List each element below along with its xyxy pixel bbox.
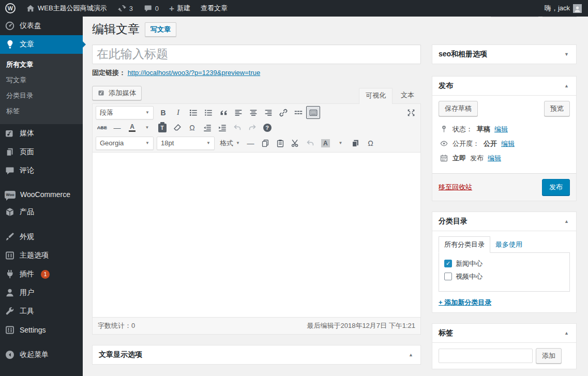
editor-content-area[interactable] — [93, 153, 420, 317]
tags-panel: 标签 ▲ 添加 — [432, 323, 577, 369]
view-post-link[interactable]: 查看文章 — [195, 0, 233, 17]
fullscreen-button[interactable] — [404, 106, 418, 119]
edit-status-link[interactable]: 编辑 — [494, 125, 508, 134]
redo-button[interactable] — [245, 122, 259, 134]
sidebar-item-plugins[interactable]: 插件 1 — [0, 265, 83, 283]
sidebar-label-posts: 文章 — [20, 40, 34, 49]
toolbar-toggle-button[interactable] — [306, 106, 320, 119]
publish-panel-footer: 移至回收站 发布 — [432, 173, 576, 201]
copy-button[interactable] — [259, 137, 273, 149]
undo-button-2[interactable] — [304, 137, 318, 149]
tags-panel-header[interactable]: 标签 ▲ — [432, 324, 576, 342]
comment-bubble-icon — [143, 4, 153, 13]
pages-icon — [5, 147, 15, 157]
sidebar-item-media[interactable]: 媒体 — [0, 124, 83, 143]
sidebar-item-pages[interactable]: 页面 — [0, 143, 83, 161]
publish-button[interactable]: 发布 — [542, 179, 570, 195]
format-menu-button[interactable]: 格式 ▼ — [217, 137, 243, 150]
tab-all-categories[interactable]: 所有分类目录 — [439, 236, 490, 253]
wp-logo-menu[interactable]: W — [0, 0, 21, 17]
edit-schedule-link[interactable]: 编辑 — [488, 154, 501, 163]
text-color-button[interactable]: A — [125, 122, 139, 134]
category-checkbox[interactable]: ✓ — [444, 260, 452, 267]
horizontal-rule-button[interactable]: — — [110, 122, 124, 134]
sidebar-item-comments[interactable]: 评论 — [0, 161, 83, 180]
move-to-trash-link[interactable]: 移至回收站 — [439, 183, 472, 192]
post-title-input[interactable] — [92, 44, 421, 64]
font-size-select[interactable]: 18pt ▼ — [157, 137, 215, 150]
seo-panel: seo和相册选项 ▼ — [432, 44, 577, 64]
editor-status-bar: 字数统计：0 最后编辑于2018年12月7日 下午1:21 — [93, 317, 420, 334]
categories-panel-header[interactable]: 分类目录 ▲ — [432, 212, 576, 231]
edit-visibility-link[interactable]: 编辑 — [501, 139, 515, 148]
paste-as-text-button[interactable]: T — [155, 122, 169, 134]
sidebar-item-users[interactable]: 用户 — [0, 283, 83, 302]
horizontal-line-button[interactable]: — — [244, 137, 258, 149]
new-content-link[interactable]: + 新建 — [164, 0, 195, 17]
sidebar-item-theme-options[interactable]: 主题选项 — [0, 246, 83, 265]
cut-button[interactable] — [289, 137, 303, 149]
sidebar-item-products[interactable]: 产品 — [0, 203, 83, 221]
special-character-button[interactable]: Ω — [185, 122, 199, 134]
submenu-tags[interactable]: 标签 — [0, 103, 83, 119]
updates-count: 3 — [129, 5, 133, 12]
omega-icon: Ω — [189, 124, 194, 131]
sidebar-item-settings[interactable]: Settings — [0, 321, 83, 339]
undo-button[interactable] — [230, 122, 244, 134]
sidebar-item-woocommerce[interactable]: Woo WooCommerce — [0, 186, 83, 203]
outdent-button[interactable] — [200, 122, 214, 134]
paragraph-format-select[interactable]: 段落 ▼ — [96, 106, 154, 119]
tab-text[interactable]: 文本 — [394, 87, 421, 103]
sidebar-item-dashboard[interactable]: 仪表盘 — [0, 17, 83, 35]
paste-button[interactable] — [274, 137, 288, 149]
sidebar-item-collapse-menu[interactable]: 收起菜单 — [0, 345, 83, 364]
text-color-dropdown[interactable]: ▼ — [140, 122, 154, 134]
add-new-post-button[interactable]: 写文章 — [145, 22, 176, 37]
add-new-category-link[interactable]: + 添加新分类目录 — [439, 298, 491, 307]
post-display-options-header[interactable]: 文章显示选项 ▲ — [93, 345, 420, 364]
submenu-add-new-post[interactable]: 写文章 — [0, 72, 83, 88]
bullet-list-button[interactable] — [186, 106, 200, 119]
background-color-button[interactable]: A — [319, 137, 333, 149]
indent-button[interactable] — [215, 122, 229, 134]
publish-panel-header[interactable]: 发布 ▲ — [432, 77, 576, 95]
account-menu[interactable]: 嗨，jack — [538, 4, 588, 13]
category-checkbox[interactable]: ✓ — [444, 273, 452, 280]
tag-input[interactable] — [439, 349, 533, 363]
preview-button[interactable]: 预览 — [544, 101, 570, 116]
background-color-dropdown[interactable]: ▼ — [334, 137, 348, 149]
clear-formatting-button[interactable] — [170, 122, 184, 134]
permalink-link[interactable]: http://localhost/woo3/?p=1239&preview=tr… — [128, 69, 261, 77]
blockquote-button[interactable] — [216, 106, 230, 119]
tab-visual[interactable]: 可视化 — [359, 88, 393, 104]
align-center-button[interactable] — [246, 106, 260, 119]
add-tag-button[interactable]: 添加 — [536, 348, 562, 364]
numbered-list-button[interactable] — [201, 106, 215, 119]
submenu-all-posts[interactable]: 所有文章 — [0, 57, 83, 72]
read-more-button[interactable] — [291, 106, 305, 119]
strikethrough-button[interactable]: ABE — [95, 122, 109, 134]
add-media-button[interactable]: 添加媒体 — [92, 86, 142, 100]
save-draft-button[interactable]: 保存草稿 — [439, 101, 478, 116]
italic-button[interactable]: I — [171, 106, 185, 119]
sidebar-item-posts[interactable]: 文章 — [0, 35, 83, 54]
post-display-options-panel: 文章显示选项 ▲ — [92, 345, 421, 365]
updates-link[interactable]: 3 — [112, 0, 138, 17]
help-button-toolbar[interactable]: ? — [260, 122, 274, 134]
tab-most-used[interactable]: 最多使用 — [490, 237, 527, 252]
special-character-button-2[interactable]: Ω — [364, 137, 378, 149]
bold-button[interactable]: B — [156, 106, 170, 119]
submenu-categories[interactable]: 分类目录 — [0, 88, 83, 103]
sidebar-item-appearance[interactable]: 外观 — [0, 228, 83, 246]
categories-panel: 分类目录 ▲ 所有分类目录 最多使用 ✓ 新闻中心 ✓ — [432, 212, 577, 313]
align-left-button[interactable] — [231, 106, 245, 119]
align-right-button[interactable] — [261, 106, 275, 119]
page-break-button[interactable] — [349, 137, 363, 149]
site-name-link[interactable]: WEB主题公园商城演示 — [21, 0, 112, 17]
sidebar-item-tools[interactable]: 工具 — [0, 302, 83, 321]
comments-link[interactable]: 0 — [138, 0, 164, 17]
seo-panel-header[interactable]: seo和相册选项 ▼ — [432, 45, 576, 64]
word-count: 字数统计：0 — [98, 321, 135, 330]
font-family-select[interactable]: Georgia ▼ — [96, 137, 154, 150]
insert-link-button[interactable] — [276, 106, 290, 119]
